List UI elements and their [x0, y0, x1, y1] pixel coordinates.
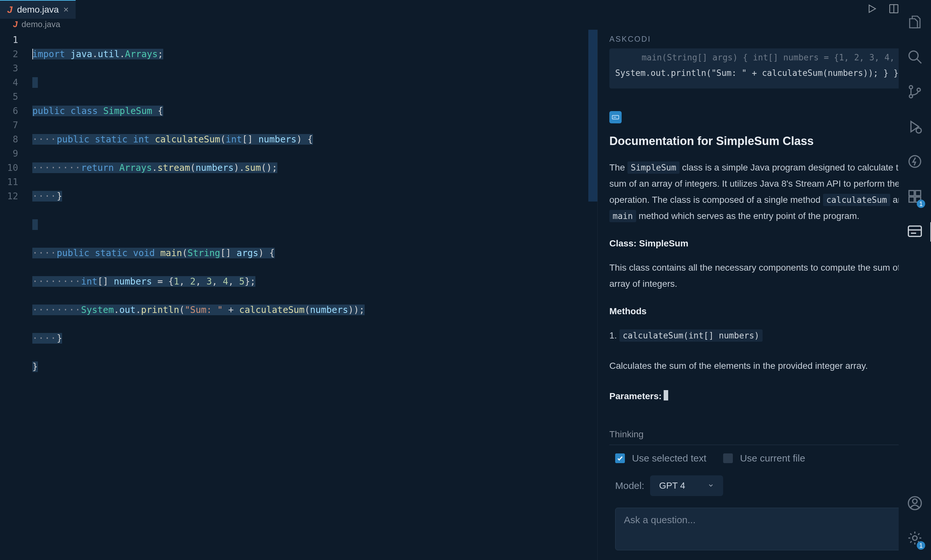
class-heading: Class: SimpleSum — [609, 238, 921, 249]
ask-input[interactable]: Ask a question... — [615, 508, 915, 550]
activity-bar: 1 1 — [899, 0, 931, 560]
breadcrumb[interactable]: J demo.java — [0, 19, 931, 30]
search-icon[interactable] — [907, 49, 923, 66]
method-signature: 1. calculateSum(int[] numbers) — [609, 328, 921, 344]
source-control-icon[interactable] — [907, 84, 923, 101]
params-label: Parameters: — [609, 391, 662, 401]
settings-badge: 1 — [917, 541, 925, 550]
svg-point-7 — [909, 51, 918, 60]
svg-rect-15 — [909, 197, 914, 202]
thinking-status: Thinking — [609, 426, 921, 445]
svg-point-11 — [917, 88, 920, 91]
svg-rect-17 — [916, 191, 921, 196]
model-label: Model: — [615, 480, 644, 491]
gear-icon[interactable]: 1 — [907, 530, 923, 547]
account-icon[interactable] — [907, 495, 923, 512]
model-row: Model: GPT 4 — [609, 475, 921, 496]
model-select[interactable]: GPT 4 — [650, 475, 723, 496]
extensions-badge: 1 — [917, 200, 925, 208]
code-content[interactable]: import java.util.Arrays; public class Si… — [32, 30, 598, 560]
java-file-icon: J — [13, 19, 17, 29]
panel-title: ASKCODI — [609, 30, 921, 48]
svg-line-8 — [917, 59, 921, 63]
divider — [609, 445, 921, 445]
context-options: Use selected text Use current file — [609, 453, 921, 464]
line-gutter: 1 2 3 4 5 6 7 8 9 10 11 12 — [0, 30, 32, 560]
model-value: GPT 4 — [659, 480, 685, 491]
scrollbar-overview[interactable] — [588, 30, 598, 202]
tab-bar: J demo.java × — [0, 0, 931, 19]
svg-point-22 — [912, 499, 917, 503]
class-description: This class contains all the necessary co… — [609, 260, 921, 292]
use-current-file-checkbox[interactable] — [723, 454, 733, 463]
split-editor-icon[interactable] — [888, 3, 899, 15]
askcodi-panel: ASKCODI main(String[] args) { int[] numb… — [598, 30, 931, 560]
askcodi-sidebar-icon[interactable] — [907, 223, 923, 240]
svg-rect-18 — [908, 226, 921, 236]
chevron-down-icon — [708, 480, 714, 491]
svg-point-23 — [912, 536, 917, 540]
svg-point-12 — [916, 128, 921, 133]
close-icon[interactable]: × — [63, 5, 68, 15]
svg-rect-14 — [909, 191, 914, 196]
use-current-file-label: Use current file — [740, 453, 805, 464]
explorer-icon[interactable] — [907, 14, 923, 31]
streaming-cursor — [664, 390, 668, 400]
assistant-response: Documentation for SimpleSum Class The Si… — [609, 134, 921, 418]
method-description: Calculates the sum of the elements in th… — [609, 358, 921, 374]
methods-heading: Methods — [609, 306, 921, 317]
assistant-badge-icon — [609, 111, 622, 123]
svg-point-10 — [909, 95, 912, 98]
svg-point-13 — [909, 156, 921, 167]
power-icon[interactable] — [907, 154, 923, 171]
use-selected-checkbox[interactable] — [615, 454, 625, 463]
run-icon[interactable] — [866, 3, 877, 15]
doc-paragraph: The SimpleSum class is a simple Java pro… — [609, 160, 921, 224]
java-file-icon: J — [7, 4, 12, 15]
editor-tab-demo[interactable]: J demo.java × — [0, 0, 76, 19]
svg-point-9 — [909, 86, 912, 89]
use-selected-label: Use selected text — [632, 453, 706, 464]
doc-heading: Documentation for SimpleSum Class — [609, 134, 921, 148]
code-editor[interactable]: 1 2 3 4 5 6 7 8 9 10 11 12 import java.u… — [0, 30, 598, 560]
tab-label: demo.java — [17, 5, 59, 15]
context-snippet: main(String[] args) { int[] numbers = {1… — [609, 48, 921, 88]
extensions-icon[interactable]: 1 — [907, 189, 923, 205]
breadcrumb-label: demo.java — [21, 19, 60, 29]
run-debug-icon[interactable] — [907, 119, 923, 135]
